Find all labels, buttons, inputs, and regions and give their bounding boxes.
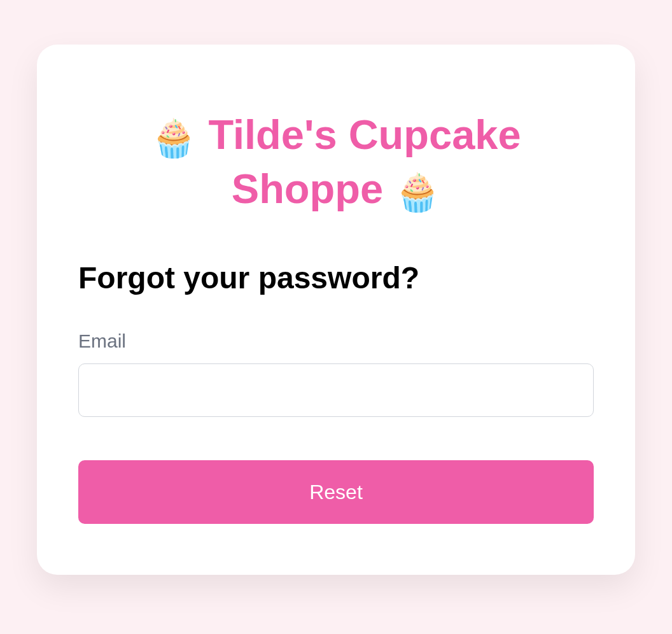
reset-button[interactable]: Reset	[78, 460, 594, 524]
forgot-password-card: 🧁 Tilde's Cupcake Shoppe 🧁 Forgot your p…	[37, 45, 635, 575]
cupcake-icon: 🧁	[151, 114, 197, 162]
cupcake-icon: 🧁	[395, 168, 440, 216]
page-heading: Forgot your password?	[78, 260, 594, 295]
brand-title: 🧁 Tilde's Cupcake Shoppe 🧁	[78, 108, 594, 216]
email-label: Email	[78, 330, 594, 352]
brand-title-text: Tilde's Cupcake Shoppe	[208, 111, 521, 212]
email-field[interactable]	[78, 363, 594, 417]
